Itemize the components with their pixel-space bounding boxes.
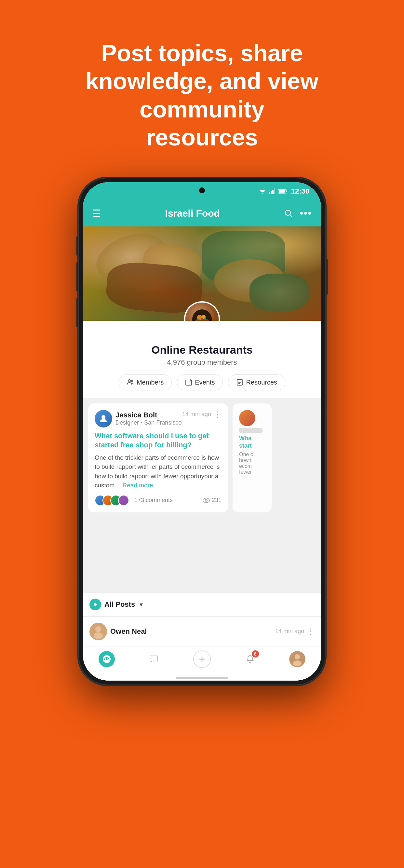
menu-icon[interactable]: ☰ (92, 208, 101, 219)
group-info: Online Restaurants 4,976 group members M… (83, 321, 321, 398)
nav-home-icon (99, 651, 115, 667)
nav-notifications-icon: 8 (242, 651, 258, 667)
app-bar: ☰ Israeli Food ••• (83, 200, 321, 226)
resources-tab-icon (236, 379, 243, 386)
recent-author-info: Owen Neal (110, 627, 147, 636)
post-header: Jessica Bolt Designer • San Fransisco 14… (95, 410, 221, 428)
recent-post-author: Owen Neal (89, 623, 147, 640)
tab-members-label: Members (136, 379, 164, 386)
members-tab-icon (127, 379, 134, 386)
svg-point-29 (205, 499, 207, 501)
nav-home[interactable] (99, 651, 115, 667)
phone-outer: 12:30 ☰ Israeli Food ••• (79, 178, 325, 685)
commenter-4 (118, 495, 129, 506)
food-banner (83, 226, 321, 321)
bottom-nav: 8 (83, 646, 321, 675)
svg-rect-2 (271, 191, 272, 194)
post-more-icon[interactable]: ⋮ (214, 410, 221, 419)
tab-members[interactable]: Members (119, 374, 172, 391)
wifi-icon (258, 188, 267, 194)
group-name: Online Restaurants (83, 344, 321, 356)
author-name: Jessica Bolt (116, 411, 182, 420)
svg-rect-4 (274, 188, 275, 194)
read-more-link[interactable]: Read more (123, 482, 153, 489)
status-bar: 12:30 (83, 182, 321, 200)
recent-post: Owen Neal 14 min ago ⋮ (83, 617, 321, 646)
svg-point-14 (201, 318, 203, 320)
svg-point-17 (128, 380, 130, 382)
svg-point-8 (285, 210, 290, 215)
post-footer: 173 comments 231 (95, 495, 221, 506)
nav-profile-icon (289, 651, 305, 667)
nav-chat[interactable] (146, 651, 162, 667)
filter-label: All Posts (104, 600, 135, 609)
svg-point-15 (198, 318, 200, 320)
all-posts-icon (89, 599, 101, 610)
recent-post-meta: 14 min ago ⋮ (275, 627, 315, 636)
posts-scroll: Jessica Bolt Designer • San Fransisco 14… (83, 398, 321, 518)
svg-point-34 (94, 632, 103, 639)
home-bar (176, 677, 228, 679)
post-title: What software should I use to get starte… (95, 431, 221, 450)
svg-rect-3 (272, 190, 274, 194)
app-bar-actions: ••• (284, 208, 312, 219)
post-body-text: One of the trickier parts of ecommerce i… (95, 454, 220, 489)
posts-section: Jessica Bolt Designer • San Fransisco 14… (83, 398, 321, 592)
search-icon[interactable] (284, 209, 293, 218)
group-tabs: Members Events (83, 374, 321, 391)
app-bar-title: Israeli Food (165, 208, 220, 219)
tab-resources-label: Resources (246, 379, 277, 386)
views-icon (203, 498, 210, 503)
signal-icon (269, 188, 276, 194)
nav-chat-icon (146, 651, 162, 667)
svg-point-27 (101, 415, 105, 419)
filter-arrow: ▾ (139, 600, 143, 609)
time-display: 12:30 (291, 187, 309, 195)
nav-add-icon (193, 650, 211, 668)
post-author: Jessica Bolt Designer • San Fransisco (95, 410, 182, 428)
status-icons: 12:30 (258, 187, 309, 195)
home-indicator (83, 675, 321, 681)
recent-post-more[interactable]: ⋮ (307, 627, 315, 636)
hero-title: Post topics, share knowledge, and view c… (56, 39, 348, 152)
commenter-avatars (95, 495, 126, 506)
svg-point-33 (95, 626, 101, 632)
phone-screen: 12:30 ☰ Israeli Food ••• (83, 182, 321, 681)
camera-notch (199, 187, 205, 193)
svg-line-9 (290, 215, 292, 217)
more-icon[interactable]: ••• (300, 208, 312, 219)
svg-point-40 (295, 654, 300, 659)
views-count: 231 (212, 497, 221, 504)
nav-notifications[interactable]: 8 (242, 651, 258, 667)
power-button (325, 259, 328, 295)
svg-point-41 (293, 660, 302, 666)
nav-add[interactable] (193, 650, 211, 668)
battery-icon (278, 189, 287, 194)
tab-resources[interactable]: Resources (228, 374, 285, 391)
recent-author-name: Owen Neal (110, 627, 147, 636)
tab-events-label: Events (195, 379, 215, 386)
tab-events[interactable]: Events (177, 374, 223, 391)
recent-author-avatar (89, 623, 107, 640)
svg-point-0 (262, 193, 263, 194)
events-tab-icon (185, 379, 192, 386)
svg-rect-7 (279, 190, 285, 193)
author-title: Designer • San Fransisco (116, 420, 182, 426)
hero-section: Post topics, share knowledge, and view c… (0, 0, 404, 152)
group-members: 4,976 group members (83, 358, 321, 367)
phone-wrapper: 12:30 ☰ Israeli Food ••• (79, 178, 325, 692)
post-meta: 14 min ago ⋮ (182, 410, 221, 419)
svg-point-28 (203, 498, 210, 503)
svg-rect-19 (186, 380, 192, 385)
svg-rect-6 (286, 190, 287, 192)
nav-profile[interactable] (289, 651, 305, 667)
svg-point-16 (204, 317, 206, 319)
author-info: Jessica Bolt Designer • San Fransisco (116, 411, 182, 426)
notification-badge: 8 (251, 650, 259, 658)
post-body: One of the trickier parts of ecommerce i… (95, 453, 221, 490)
svg-point-31 (94, 603, 96, 606)
filter-bar[interactable]: All Posts ▾ (83, 592, 321, 617)
author-avatar (95, 410, 112, 428)
post-time: 14 min ago (182, 411, 211, 418)
svg-rect-1 (269, 192, 270, 194)
